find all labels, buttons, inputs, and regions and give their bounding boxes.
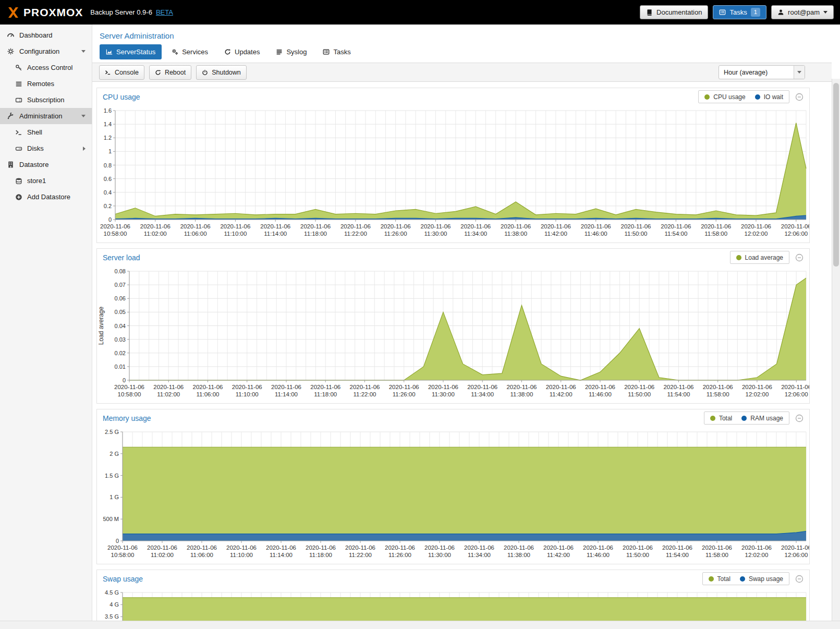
sidebar-item-label: Dashboard [19, 31, 53, 39]
shutdown-button[interactable]: Shutdown [196, 65, 247, 80]
svg-text:11:54:00: 11:54:00 [664, 231, 687, 237]
chevron-down-icon [81, 115, 86, 117]
tab-serverstatus[interactable]: ServerStatus [100, 44, 162, 59]
sidebar-item-store1[interactable]: store1 [0, 173, 92, 189]
sidebar-item-remotes[interactable]: Remotes [0, 76, 92, 92]
svg-text:0.8: 0.8 [104, 162, 112, 168]
svg-text:0: 0 [108, 216, 112, 223]
chevron-right-icon [83, 147, 86, 151]
sidebar-item-datastore[interactable]: Datastore [0, 156, 92, 173]
svg-text:4.5 G: 4.5 G [105, 589, 119, 596]
tab-label: Tasks [333, 48, 350, 56]
svg-text:1.2: 1.2 [104, 135, 112, 141]
svg-text:11:58:00: 11:58:00 [705, 552, 728, 558]
svg-text:2020-11-06: 2020-11-06 [310, 384, 340, 390]
svg-text:2020-11-06: 2020-11-06 [271, 384, 301, 390]
svg-text:11:26:00: 11:26:00 [393, 391, 416, 397]
sidebar-item-label: Add Datastore [27, 193, 70, 201]
legend-item[interactable]: CPU usage [704, 93, 745, 101]
product-version: Backup Server 0.9-6 [90, 8, 152, 16]
svg-text:2020-11-06: 2020-11-06 [220, 223, 250, 229]
sidebar: Dashboard Configuration Access Control R… [0, 25, 92, 621]
sidebar-item-shell[interactable]: Shell [0, 124, 92, 140]
svg-text:12:06:00: 12:06:00 [785, 552, 808, 558]
legend-item[interactable]: Total [709, 575, 731, 583]
wrench-icon [7, 112, 15, 120]
select-trigger[interactable] [794, 66, 805, 79]
sidebar-item-access-control[interactable]: Access Control [0, 59, 92, 76]
svg-text:2020-11-06: 2020-11-06 [421, 223, 451, 229]
sidebar-item-disks[interactable]: Disks [0, 140, 92, 156]
legend-item[interactable]: Load average [736, 254, 783, 261]
collapse-icon[interactable] [795, 575, 804, 583]
legend-item[interactable]: RAM usage [741, 415, 783, 422]
chart-legend: TotalRAM usage [704, 412, 789, 425]
svg-text:11:06:00: 11:06:00 [184, 231, 207, 237]
cpu-usage-chart: 00.20.40.60.811.21.41.62020-11-0610:58:0… [97, 105, 809, 243]
vertical-scrollbar[interactable] [832, 79, 840, 621]
sidebar-item-dashboard[interactable]: Dashboard [0, 27, 92, 43]
tab-tasks[interactable]: Tasks [316, 44, 357, 59]
collapse-icon[interactable] [795, 253, 804, 262]
svg-text:2020-11-06: 2020-11-06 [424, 545, 455, 551]
collapse-icon[interactable] [795, 93, 804, 101]
gears-icon [7, 47, 15, 55]
svg-text:2020-11-06: 2020-11-06 [585, 384, 615, 390]
svg-text:2020-11-06: 2020-11-06 [187, 545, 217, 551]
legend-color-dot [704, 94, 710, 100]
svg-text:2020-11-06: 2020-11-06 [581, 223, 611, 229]
tasks-button[interactable]: Tasks 1 [713, 5, 766, 19]
plus-circle-icon [15, 193, 22, 201]
topbar-actions: Documentation Tasks 1 root@pam [640, 5, 834, 19]
tab-services[interactable]: Services [165, 44, 214, 59]
chevron-down-icon [81, 50, 86, 53]
svg-text:11:50:00: 11:50:00 [626, 552, 649, 558]
svg-text:11:14:00: 11:14:00 [270, 552, 293, 558]
legend-color-dot [736, 255, 741, 260]
key-icon [15, 64, 22, 71]
svg-text:11:26:00: 11:26:00 [388, 552, 411, 558]
svg-text:2020-11-06: 2020-11-06 [781, 384, 809, 390]
status-toolbar: Console Reboot Shutdown Hour (average) [92, 63, 832, 82]
server-load-panel: Server load Load average 00.010.020.030.… [96, 248, 810, 404]
timeframe-select[interactable]: Hour (average) [719, 65, 805, 79]
legend-item[interactable]: Total [710, 415, 732, 422]
sidebar-item-label: Datastore [19, 161, 48, 168]
svg-text:2020-11-06: 2020-11-06 [781, 545, 809, 551]
svg-text:11:14:00: 11:14:00 [275, 391, 298, 397]
tab-syslog[interactable]: Syslog [270, 44, 313, 59]
sidebar-item-configuration[interactable]: Configuration [0, 43, 92, 59]
legend-item[interactable]: Swap usage [740, 575, 783, 583]
ticket-icon [15, 96, 22, 104]
sidebar-item-administration[interactable]: Administration [0, 108, 92, 124]
svg-text:2020-11-06: 2020-11-06 [428, 384, 458, 390]
legend-item[interactable]: IO wait [755, 93, 783, 101]
svg-text:2020-11-06: 2020-11-06 [140, 223, 171, 229]
svg-text:2020-11-06: 2020-11-06 [663, 384, 693, 390]
svg-text:2020-11-06: 2020-11-06 [702, 545, 732, 551]
svg-text:2020-11-06: 2020-11-06 [193, 384, 223, 390]
svg-text:11:54:00: 11:54:00 [666, 552, 689, 558]
tab-label: Syslog [286, 48, 307, 56]
svg-text:11:34:00: 11:34:00 [464, 231, 487, 237]
tab-updates[interactable]: Updates [218, 44, 266, 59]
svg-text:1.4: 1.4 [104, 121, 112, 127]
svg-text:2020-11-06: 2020-11-06 [232, 384, 262, 390]
chart-legend: Load average [730, 251, 789, 264]
sidebar-item-subscription[interactable]: Subscription [0, 92, 92, 108]
reboot-button[interactable]: Reboot [149, 65, 191, 80]
svg-text:11:34:00: 11:34:00 [471, 391, 494, 397]
beta-link[interactable]: BETA [156, 8, 173, 16]
horizontal-scrollbar[interactable] [0, 621, 840, 629]
memory-usage-chart: 0500 M1 G1.5 G2 G2.5 G2020-11-0610:58:00… [97, 427, 809, 564]
vertical-scrollbar-thumb[interactable] [833, 83, 839, 267]
console-button[interactable]: Console [99, 65, 144, 80]
documentation-button[interactable]: Documentation [640, 5, 708, 19]
refresh-icon [224, 49, 231, 55]
user-menu-button[interactable]: root@pam [771, 5, 834, 19]
svg-text:11:02:00: 11:02:00 [144, 231, 167, 237]
svg-text:2020-11-06: 2020-11-06 [661, 223, 691, 229]
sidebar-item-add-datastore[interactable]: Add Datastore [0, 189, 92, 205]
svg-text:2020-11-06: 2020-11-06 [624, 384, 654, 390]
collapse-icon[interactable] [795, 414, 804, 422]
